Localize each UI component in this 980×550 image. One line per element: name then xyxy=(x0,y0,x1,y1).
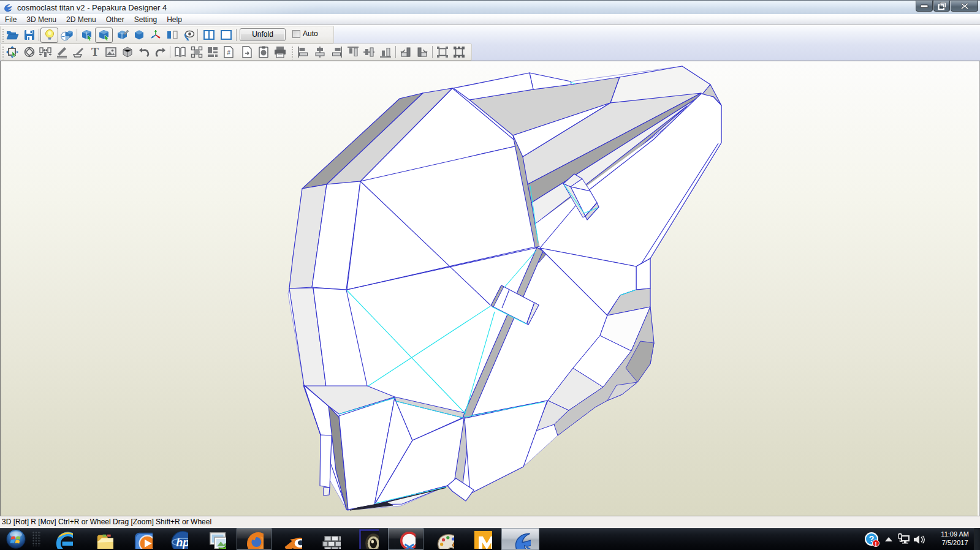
svg-text:#: # xyxy=(227,50,230,56)
svg-text:T: T xyxy=(91,46,99,58)
svg-text:!: ! xyxy=(875,541,877,547)
svg-text:hp: hp xyxy=(177,537,188,549)
